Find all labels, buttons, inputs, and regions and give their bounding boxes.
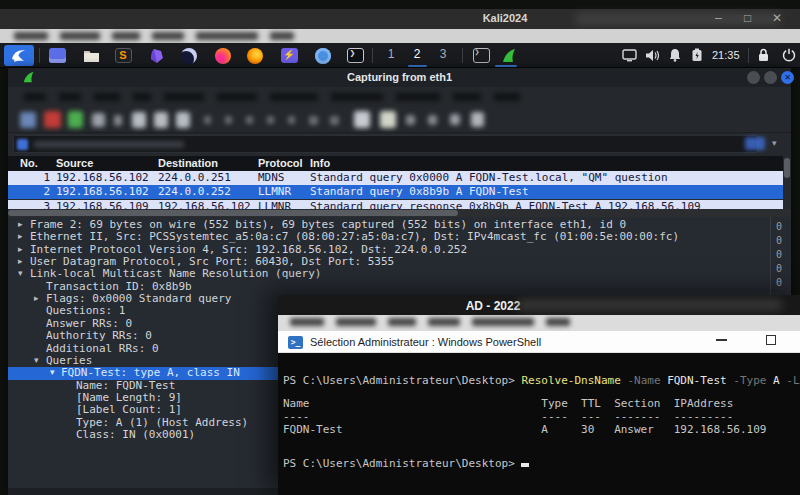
blurred-menu-item[interactable] [546, 318, 570, 326]
blurred-menu-item[interactable] [453, 93, 481, 101]
power-icon[interactable] [782, 48, 796, 66]
workspace-1[interactable]: 1 [380, 47, 402, 61]
toolbar-button[interactable] [380, 111, 396, 128]
blurred-menu-item[interactable] [396, 93, 440, 101]
battery-icon[interactable] [691, 48, 703, 66]
clock[interactable]: 21:35 [712, 49, 740, 61]
blurred-menu-item[interactable] [164, 93, 204, 101]
blurred-menu-item[interactable] [428, 318, 460, 326]
moon-browser-icon[interactable] [178, 46, 200, 65]
blurred-menu-item[interactable] [270, 32, 294, 40]
powershell-maximize-button[interactable] [766, 335, 776, 345]
file-manager-icon[interactable] [80, 46, 102, 65]
blurred-menu-item[interactable] [472, 318, 534, 326]
toolbar-button[interactable] [428, 115, 437, 125]
workspace-2-active[interactable]: 2 [406, 47, 428, 61]
filter-bookmark-icon[interactable] [17, 139, 28, 150]
toolbar-button[interactable] [225, 116, 232, 124]
blurred-menu-item[interactable] [270, 93, 318, 101]
powershell-console[interactable]: PS C:\Users\Administrateur\Desktop> Reso… [278, 353, 800, 495]
blurred-menu-item[interactable] [133, 93, 151, 101]
sublime-text-icon[interactable]: S [112, 46, 134, 65]
chromium-icon[interactable] [312, 46, 334, 65]
expand-arrow-icon[interactable]: ▸ [18, 219, 23, 229]
wireshark-maximize-button[interactable] [764, 71, 777, 84]
lock-icon[interactable] [757, 48, 770, 66]
terminal-icon[interactable]: ❯ [344, 46, 366, 65]
toolbar-button[interactable] [450, 114, 460, 125]
blurred-menu-item[interactable] [494, 93, 520, 101]
stop-capture-button[interactable] [44, 111, 61, 128]
toolbar-button[interactable] [471, 112, 484, 127]
blurred-menu-item[interactable] [60, 32, 100, 40]
column-destination[interactable]: Destination [158, 157, 218, 169]
blurred-menu-item[interactable] [152, 32, 184, 40]
toolbar-button[interactable] [246, 116, 253, 124]
packet-row[interactable]: 1192.168.56.102224.0.0.251MDNSStandard q… [8, 171, 783, 185]
toolbar-button[interactable] [154, 112, 168, 128]
maximize-button[interactable]: □ [735, 11, 761, 25]
flame-app-icon[interactable] [212, 46, 234, 65]
filter-dropdown-arrow[interactable]: ▾ [772, 138, 777, 148]
expand-arrow-icon[interactable]: ▸ [34, 293, 39, 303]
blurred-menu-item[interactable] [14, 32, 48, 40]
toolbar-button[interactable] [288, 116, 295, 124]
packet-list-vscrollbar[interactable] [783, 156, 791, 214]
toolbar-button[interactable] [354, 111, 370, 128]
volume-icon[interactable] [645, 48, 660, 66]
wireshark-titlebar[interactable]: Capturing from eth1 ✕ [8, 68, 791, 87]
toolbar-button[interactable] [309, 116, 318, 125]
restart-capture-button[interactable] [68, 111, 83, 128]
blurred-menu-item[interactable] [59, 93, 81, 101]
toolbar-button[interactable] [406, 115, 415, 125]
ad2022-titlebar[interactable]: AD - 2022 [278, 295, 800, 315]
bolt-app-icon[interactable]: ⚡ [278, 46, 300, 65]
blurred-menu-item[interactable] [94, 93, 120, 101]
host-window-titlebar[interactable]: Kali2024 – □ ✕ [0, 9, 800, 29]
toolbar-button[interactable] [176, 112, 190, 128]
wireshark-minimize-button[interactable] [747, 71, 760, 84]
toolbar-button[interactable] [204, 116, 211, 124]
kali-menu-button[interactable] [4, 45, 34, 66]
column-info[interactable]: Info [310, 157, 330, 169]
expand-arrow-icon[interactable]: ▸ [18, 244, 23, 254]
filter-apply-button[interactable] [745, 137, 765, 150]
column-source[interactable]: Source [56, 157, 93, 169]
firefox-icon[interactable] [244, 46, 266, 65]
expand-arrow-icon[interactable]: ▾ [18, 268, 23, 278]
blurred-menu-item[interactable] [196, 32, 258, 40]
close-button[interactable]: ✕ [764, 11, 790, 25]
blurred-menu-item[interactable] [388, 318, 416, 326]
wireshark-task-icon[interactable] [498, 46, 520, 65]
column-no[interactable]: No. [20, 157, 38, 169]
column-protocol[interactable]: Protocol [258, 157, 303, 169]
blurred-menu-item[interactable] [331, 93, 383, 101]
wireshark-close-button[interactable]: ✕ [781, 71, 794, 84]
expand-arrow-icon[interactable]: ▸ [18, 256, 23, 266]
blurred-menu-item[interactable] [112, 32, 140, 40]
toolbar-button[interactable] [267, 116, 274, 124]
packet-row[interactable]: 2192.168.56.102224.0.0.252LLMNRStandard … [8, 185, 783, 199]
expand-arrow-icon[interactable]: ▾ [50, 367, 55, 377]
capture-options-button[interactable] [20, 112, 36, 128]
blurred-menu-item[interactable] [336, 318, 376, 326]
expand-arrow-icon[interactable]: ▾ [34, 355, 39, 365]
blurred-menu-item[interactable] [217, 93, 257, 101]
powershell-titlebar[interactable]: >_ Sélection Administrateur : Windows Po… [278, 331, 800, 353]
blurred-menu-item[interactable] [290, 318, 324, 326]
display-filter-input[interactable] [13, 135, 758, 153]
terminal-window-task-icon[interactable]: ❯ [470, 46, 492, 65]
display-tray-icon[interactable] [622, 48, 637, 66]
notification-bell-icon[interactable] [668, 48, 682, 66]
toolbar-button[interactable] [132, 112, 146, 128]
powershell-minimize-button[interactable] [716, 339, 727, 341]
window-app-icon[interactable] [46, 46, 68, 65]
expand-arrow-icon[interactable]: ▸ [18, 231, 23, 241]
toolbar-button[interactable] [92, 113, 105, 127]
obsidian-icon[interactable] [146, 46, 168, 65]
toolbar-button[interactable] [114, 115, 122, 126]
toolbar-button[interactable] [330, 116, 339, 125]
blurred-menu-item[interactable] [24, 93, 46, 101]
minimize-button[interactable]: – [705, 11, 731, 25]
workspace-3[interactable]: 3 [432, 47, 454, 61]
